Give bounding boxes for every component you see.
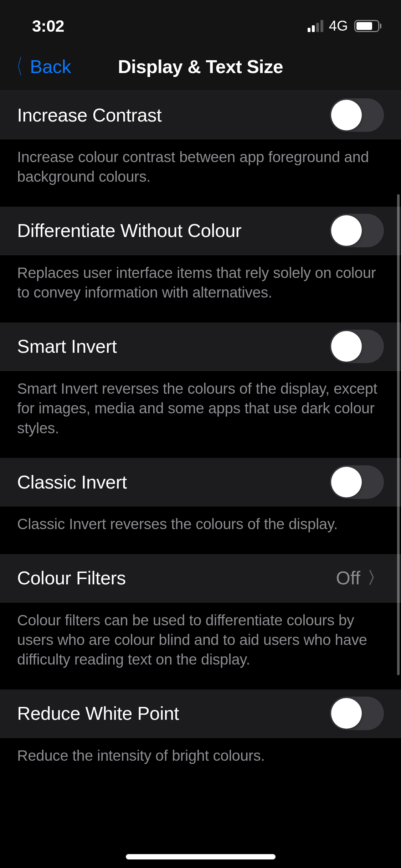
row-smart-invert: Smart Invert (0, 322, 401, 371)
chevron-left-icon: 〈 (10, 56, 23, 77)
toggle-knob (331, 215, 362, 246)
row-increase-contrast: Increase Contrast (0, 91, 401, 139)
scrollbar[interactable] (397, 194, 400, 675)
row-reduce-white-point: Reduce White Point (0, 689, 401, 738)
section-reduce-white-point: Reduce White Point Reduce the intensity … (0, 689, 401, 765)
status-time: 3:02 (32, 16, 64, 36)
footer-reduce-white-point: Reduce the intensity of bright colours. (0, 738, 401, 765)
row-label: Colour Filters (17, 567, 126, 589)
toggle-knob (331, 698, 362, 729)
footer-colour-filters: Colour filters can be used to differenti… (0, 603, 401, 670)
back-button[interactable]: 〈 Back (6, 56, 71, 77)
row-label: Classic Invert (17, 471, 127, 493)
status-right: 4G (308, 18, 381, 34)
battery-icon (354, 20, 381, 32)
footer-smart-invert: Smart Invert reverses the colours of the… (0, 371, 401, 438)
toggle-knob (331, 467, 362, 497)
row-colour-filters[interactable]: Colour Filters Off 〉 (0, 554, 401, 603)
section-increase-contrast: Increase Contrast Increase colour contra… (0, 91, 401, 187)
section-classic-invert: Classic Invert Classic Invert reverses t… (0, 458, 401, 534)
row-classic-invert: Classic Invert (0, 458, 401, 506)
cellular-signal-icon (308, 20, 323, 32)
chevron-right-icon: 〉 (367, 567, 384, 589)
section-smart-invert: Smart Invert Smart Invert reverses the c… (0, 322, 401, 438)
status-bar: 3:02 4G (0, 0, 401, 43)
row-label: Reduce White Point (17, 703, 179, 724)
back-label: Back (30, 56, 71, 77)
footer-increase-contrast: Increase colour contrast between app for… (0, 139, 401, 187)
toggle-differentiate-without-colour[interactable] (330, 214, 384, 247)
toggle-knob (331, 100, 362, 130)
row-label: Differentiate Without Colour (17, 220, 241, 241)
content: Increase Contrast Increase colour contra… (0, 91, 401, 868)
home-indicator[interactable] (126, 854, 276, 859)
footer-classic-invert: Classic Invert reverses the colours of t… (0, 506, 401, 534)
row-differentiate-without-colour: Differentiate Without Colour (0, 207, 401, 255)
toggle-smart-invert[interactable] (330, 330, 384, 363)
toggle-reduce-white-point[interactable] (330, 697, 384, 730)
toggle-knob (331, 331, 362, 362)
toggle-classic-invert[interactable] (330, 465, 384, 499)
row-right: Off 〉 (336, 567, 384, 589)
row-value: Off (336, 567, 360, 589)
navigation-bar: 〈 Back Display & Text Size (0, 43, 401, 91)
toggle-increase-contrast[interactable] (330, 98, 384, 132)
row-label: Smart Invert (17, 336, 117, 357)
footer-differentiate-without-colour: Replaces user interface items that rely … (0, 255, 401, 303)
network-type: 4G (329, 18, 348, 34)
row-label: Increase Contrast (17, 104, 161, 126)
section-colour-filters: Colour Filters Off 〉 Colour filters can … (0, 554, 401, 670)
section-differentiate-without-colour: Differentiate Without Colour Replaces us… (0, 207, 401, 303)
